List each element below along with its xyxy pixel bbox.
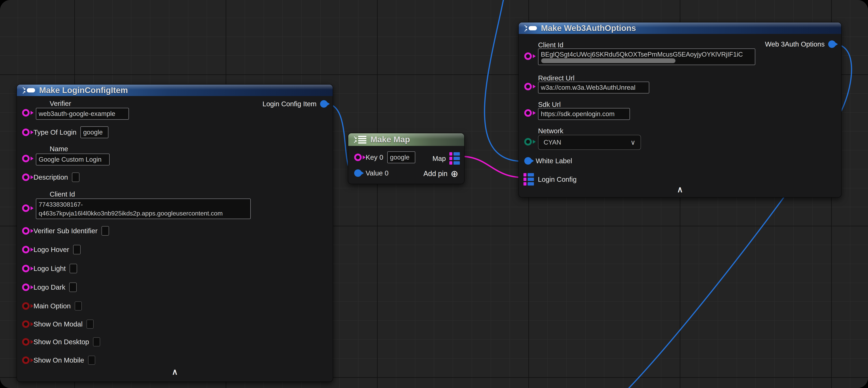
description-input[interactable] xyxy=(72,173,80,182)
network-pin[interactable] xyxy=(524,138,532,146)
output-pin-web3auth-options[interactable] xyxy=(828,40,836,48)
redirect-url-pin[interactable] xyxy=(524,83,532,90)
white-label-label: White Label xyxy=(536,157,572,165)
logo-light-label: Logo Light xyxy=(33,265,66,272)
client-id-input[interactable]: 774338308167-q463s7kpvja16l4l0kko3nb925i… xyxy=(36,199,251,219)
logo-light-pin[interactable] xyxy=(22,265,30,272)
logo-hover-label: Logo Hover xyxy=(33,246,69,253)
show-on-desktop-label: Show On Desktop xyxy=(33,338,89,346)
sdk-url-label: Sdk Url xyxy=(538,100,561,109)
collapse-chevron-icon[interactable]: ∧ xyxy=(677,185,683,193)
network-selected-value: CYAN xyxy=(544,139,561,146)
sdk-url-input[interactable]: https://sdk.openlogin.com xyxy=(538,108,630,120)
redirect-url-input[interactable]: w3a://com.w3a.Web3AuthUnreal xyxy=(538,82,649,93)
show-on-desktop-input[interactable] xyxy=(93,337,100,347)
logo-dark-label: Logo Dark xyxy=(33,283,65,291)
value0-label: Value 0 xyxy=(366,169,389,177)
node-make-loginconfigitem[interactable]: ↘↗ Make LoginConfigItem Login Config Ite… xyxy=(17,84,333,382)
key0-row: Key 0 google xyxy=(354,151,415,163)
redirect-url-label: Redirect Url xyxy=(538,74,575,82)
key0-input[interactable]: google xyxy=(387,151,415,163)
login-config-pin[interactable] xyxy=(524,173,534,185)
collapse-chevron-icon[interactable]: ∧ xyxy=(172,368,178,376)
type-of-login-input[interactable]: google xyxy=(81,126,108,138)
client-id-input[interactable]: BEglQSgt4cUWcj6SKRdu5QkOXTsePmMcusG5EAoy… xyxy=(538,49,755,65)
chevron-down-icon: ∨ xyxy=(630,139,636,146)
show-on-mobile-row: Show On Mobile xyxy=(22,356,95,365)
value0-row: Value 0 xyxy=(354,169,389,177)
logo-hover-input[interactable] xyxy=(73,245,81,254)
node-make-web3authoptions[interactable]: ↘↗ Make Web3AuthOptions Web 3Auth Option… xyxy=(518,22,842,198)
network-label: Network xyxy=(538,127,563,135)
white-label-pin[interactable] xyxy=(524,157,532,165)
value0-pin[interactable] xyxy=(354,169,362,177)
description-label: Description xyxy=(33,173,68,181)
type-of-login-row: Type Of Login google xyxy=(22,126,108,138)
verifier-sub-pin[interactable] xyxy=(22,227,30,235)
node-header[interactable]: ↘↗ Make Web3AuthOptions xyxy=(519,23,841,34)
logo-hover-pin[interactable] xyxy=(22,246,30,253)
type-of-login-label: Type Of Login xyxy=(33,128,76,136)
name-input[interactable]: Google Custom Login xyxy=(36,154,110,166)
map-output-pin[interactable] xyxy=(450,152,460,165)
verifier-input[interactable]: web3auth-google-example xyxy=(36,108,129,120)
map-output-label: Map xyxy=(432,155,446,162)
node-header[interactable]: ↘↗ Make Map xyxy=(348,133,464,146)
make-map-icon: ↘↗ xyxy=(353,136,366,144)
name-label: Name xyxy=(50,145,68,153)
name-pin[interactable] xyxy=(22,155,30,162)
logo-light-row: Logo Light xyxy=(22,264,77,273)
description-pin[interactable] xyxy=(22,174,30,181)
show-on-mobile-label: Show On Mobile xyxy=(33,356,84,364)
client-id-pin[interactable] xyxy=(22,204,30,212)
blueprint-graph-canvas[interactable]: ↘↗ Make LoginConfigItem Login Config Ite… xyxy=(0,0,868,388)
show-on-mobile-pin[interactable] xyxy=(22,356,30,364)
output-pin-label: Web 3Auth Options xyxy=(765,40,825,48)
output-pin-label: Login Config Item xyxy=(262,100,316,108)
verifier-sub-label: Verifier Sub Identifier xyxy=(33,227,98,235)
wire-offscreen-to-whitelabel[interactable] xyxy=(485,0,524,161)
show-on-mobile-input[interactable] xyxy=(88,356,95,365)
verifier-sub-row: Verifier Sub Identifier xyxy=(22,226,109,236)
show-on-modal-pin[interactable] xyxy=(22,320,30,328)
add-pin-row: Add pin ⊕ xyxy=(423,169,458,178)
client-id-scrollbar[interactable] xyxy=(541,58,676,63)
main-option-row: Main Option xyxy=(22,301,82,310)
node-header[interactable]: ↘↗ Make LoginConfigItem xyxy=(17,85,333,96)
login-config-row: Login Config xyxy=(524,173,577,185)
node-make-map[interactable]: ↘↗ Make Map Key 0 google Map Value 0 Add… xyxy=(348,133,465,184)
logo-dark-row: Logo Dark xyxy=(22,282,77,292)
wire-map-to-loginconfig[interactable] xyxy=(460,156,524,177)
node-title: Make Map xyxy=(370,135,410,144)
client-id-text: BEglQSgt4cUWcj6SKRdu5QkOXTsePmMcusG5EAoy… xyxy=(541,50,752,59)
main-option-pin[interactable] xyxy=(22,302,30,310)
add-pin-plus-icon: ⊕ xyxy=(451,169,458,178)
main-option-input[interactable] xyxy=(75,301,82,310)
verifier-sub-input[interactable] xyxy=(101,226,109,236)
output-row-web3auth-options: Web 3Auth Options xyxy=(765,40,836,48)
login-config-label: Login Config xyxy=(538,176,577,183)
logo-light-input[interactable] xyxy=(69,264,77,273)
logo-dark-input[interactable] xyxy=(69,282,77,292)
add-pin-button[interactable]: Add pin ⊕ xyxy=(423,169,458,178)
description-row: Description xyxy=(22,173,80,182)
verifier-pin[interactable] xyxy=(22,109,30,117)
key0-label: Key 0 xyxy=(366,153,383,161)
output-pin-login-config-item[interactable] xyxy=(320,100,328,108)
white-label-row: White Label xyxy=(524,157,572,165)
type-of-login-pin[interactable] xyxy=(22,128,30,136)
show-on-desktop-pin[interactable] xyxy=(22,338,30,346)
client-id-label: Client Id xyxy=(538,41,563,49)
sdk-url-pin[interactable] xyxy=(524,109,532,117)
client-id-pin[interactable] xyxy=(524,53,532,60)
logo-dark-pin[interactable] xyxy=(22,283,30,291)
show-on-modal-input[interactable] xyxy=(87,320,94,329)
node-title: Make LoginConfigItem xyxy=(39,86,128,95)
add-pin-label: Add pin xyxy=(423,170,447,178)
logo-hover-row: Logo Hover xyxy=(22,245,81,254)
map-output-row: Map xyxy=(432,152,460,165)
make-struct-icon: ↘↗ xyxy=(22,86,35,94)
network-dropdown[interactable]: CYAN ∨ xyxy=(538,135,641,150)
main-option-label: Main Option xyxy=(33,302,71,310)
key0-pin[interactable] xyxy=(354,154,362,161)
